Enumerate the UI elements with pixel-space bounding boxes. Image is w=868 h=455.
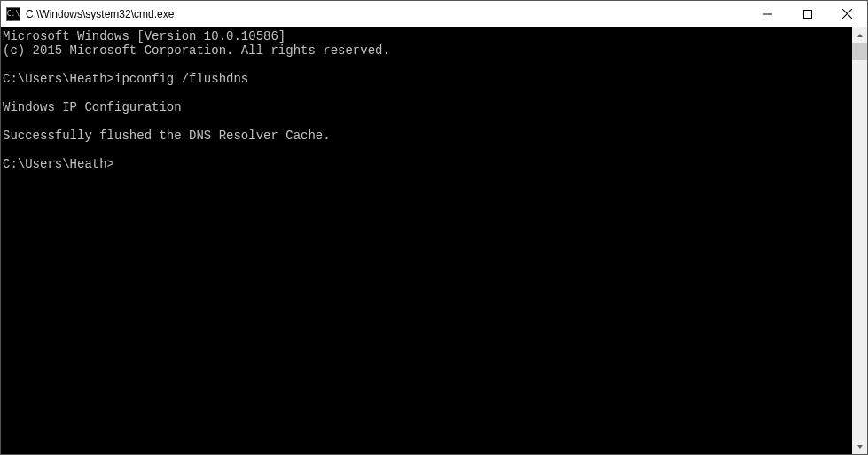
chevron-up-icon <box>856 32 864 39</box>
close-button[interactable] <box>827 1 867 27</box>
scroll-track[interactable] <box>852 43 867 439</box>
close-icon <box>842 9 852 19</box>
minimize-button[interactable] <box>747 1 787 27</box>
minimize-icon <box>763 10 772 19</box>
output-result: Successfully flushed the DNS Resolver Ca… <box>3 129 331 143</box>
scroll-thumb[interactable] <box>852 43 867 60</box>
svg-rect-1 <box>803 10 811 18</box>
title-left: C:\ C:\Windows\system32\cmd.exe <box>1 7 174 21</box>
prompt-2: C:\Users\Heath> <box>3 157 114 171</box>
cmd-window: C:\ C:\Windows\system32\cmd.exe Microsof… <box>0 0 868 455</box>
cmd-icon: C:\ <box>6 7 20 21</box>
output-header: Windows IP Configuration <box>3 100 182 114</box>
title-bar[interactable]: C:\ C:\Windows\system32\cmd.exe <box>1 1 867 27</box>
svg-marker-4 <box>857 34 863 37</box>
scroll-up-button[interactable] <box>852 27 867 43</box>
copyright-line: (c) 2015 Microsoft Corporation. All righ… <box>3 43 390 58</box>
maximize-icon <box>803 10 812 19</box>
command-1: ipconfig /flushdns <box>114 72 248 86</box>
prompt-1: C:\Users\Heath> <box>3 72 114 86</box>
svg-marker-5 <box>857 445 863 449</box>
version-line: Microsoft Windows [Version 10.0.10586] <box>3 29 285 43</box>
window-controls <box>747 1 867 27</box>
terminal-area: Microsoft Windows [Version 10.0.10586] (… <box>1 27 867 454</box>
terminal-content[interactable]: Microsoft Windows [Version 10.0.10586] (… <box>1 27 852 454</box>
chevron-down-icon <box>856 443 864 451</box>
window-title: C:\Windows\system32\cmd.exe <box>26 8 174 20</box>
scroll-down-button[interactable] <box>852 439 867 454</box>
maximize-button[interactable] <box>787 1 827 27</box>
vertical-scrollbar[interactable] <box>852 27 867 454</box>
